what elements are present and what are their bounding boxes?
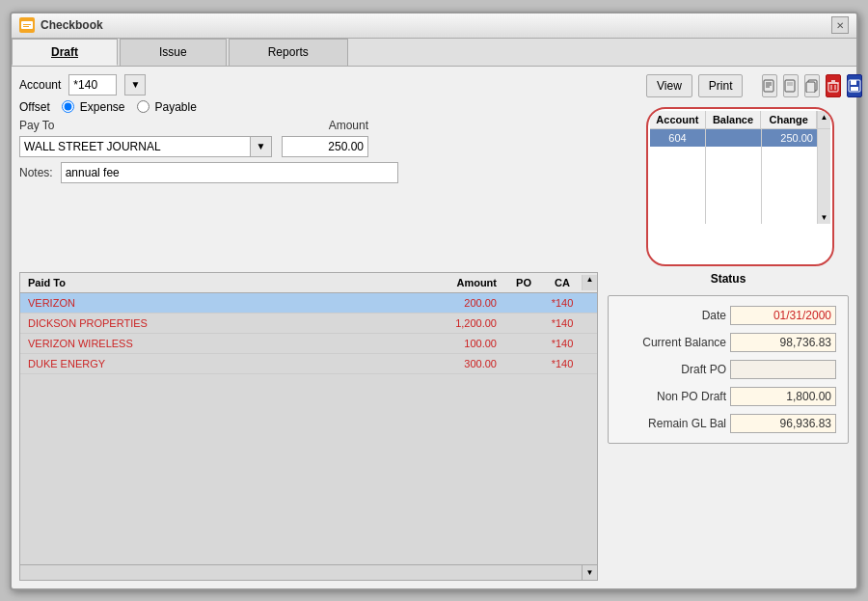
pay-to-inner: ▼ bbox=[19, 136, 272, 157]
ab-scroll-down-area: ▼ bbox=[817, 147, 830, 224]
trans-cell-amount: 1,200.00 bbox=[418, 315, 504, 331]
edit-icon bbox=[784, 79, 798, 93]
amount-container: Amount bbox=[282, 119, 368, 157]
trans-cell-amount: 200.00 bbox=[418, 295, 504, 311]
trans-scroll-up[interactable]: ▲ bbox=[582, 275, 597, 290]
delete-icon bbox=[827, 79, 840, 93]
titlebar: Checkbook ✕ bbox=[12, 14, 856, 39]
tab-bar: Draft Issue Reports bbox=[12, 39, 856, 67]
print-button[interactable]: Print bbox=[698, 74, 744, 97]
new-icon-button[interactable] bbox=[762, 74, 777, 97]
status-balance-row: Current Balance bbox=[620, 333, 836, 352]
status-remain-label: Remain GL Bal bbox=[620, 417, 726, 430]
transactions-panel: Paid To Amount PO CA ▲ VERIZON 200.00 *1… bbox=[19, 272, 598, 581]
main-content: Account ▼ Offset Expense Payable bbox=[12, 67, 856, 588]
account-dropdown[interactable]: ▼ bbox=[124, 74, 146, 96]
ab-col-account: Account bbox=[650, 111, 706, 128]
new-icon bbox=[763, 79, 776, 93]
status-draft-po-row: Draft PO bbox=[620, 360, 836, 379]
trans-header-amount: Amount bbox=[418, 275, 504, 290]
payable-label: Payable bbox=[155, 100, 197, 114]
trans-cell-po bbox=[504, 321, 543, 325]
expense-label: Expense bbox=[80, 100, 125, 114]
ab-scroll-up[interactable]: ▲ bbox=[817, 111, 830, 128]
status-date-value[interactable] bbox=[730, 306, 836, 325]
ab-cell-change: 250.00 bbox=[762, 129, 817, 147]
app-icon bbox=[19, 17, 35, 33]
status-date-row: Date bbox=[620, 306, 836, 325]
status-date-label: Date bbox=[620, 309, 726, 322]
trans-cell-ca: *140 bbox=[543, 295, 582, 311]
pay-to-dropdown[interactable]: ▼ bbox=[251, 136, 272, 157]
trans-cell-amount: 300.00 bbox=[418, 356, 504, 371]
tab-draft[interactable]: Draft bbox=[12, 39, 118, 66]
amount-input[interactable] bbox=[282, 136, 368, 157]
svg-rect-3 bbox=[23, 26, 29, 27]
copy-icon bbox=[805, 79, 819, 93]
status-non-po-value[interactable] bbox=[730, 387, 836, 406]
status-draft-po-value[interactable] bbox=[730, 360, 836, 379]
status-balance-label: Current Balance bbox=[620, 336, 726, 349]
svg-rect-20 bbox=[851, 87, 858, 91]
ab-cell-balance bbox=[706, 129, 762, 147]
trans-hscroll-track bbox=[20, 565, 582, 580]
trans-cell-amount: 100.00 bbox=[418, 336, 504, 351]
copy-icon-button[interactable] bbox=[804, 74, 820, 97]
tab-reports[interactable]: Reports bbox=[229, 39, 348, 66]
trans-cell-paid-to: DUKE ENERGY bbox=[20, 356, 418, 371]
account-balance-table: Account Balance Change ▲ 604 250.00 bbox=[646, 107, 834, 266]
pay-to-label: Pay To bbox=[19, 119, 272, 132]
trans-hscroll: ▼ bbox=[20, 564, 597, 580]
pay-to-input[interactable] bbox=[19, 136, 251, 157]
account-label: Account bbox=[19, 78, 61, 92]
trans-cell-po bbox=[504, 362, 543, 366]
edit-icon-button[interactable] bbox=[783, 74, 799, 97]
status-remain-value[interactable] bbox=[730, 414, 836, 433]
notes-input[interactable] bbox=[61, 162, 398, 183]
ab-table-body: 604 250.00 bbox=[650, 129, 830, 147]
status-panel: Status Date Current Balance Draft PO bbox=[608, 272, 849, 581]
trans-cell-paid-to: VERIZON WIRELESS bbox=[20, 336, 418, 351]
trans-cell-ca: *140 bbox=[543, 356, 582, 371]
trans-cell-paid-to: DICKSON PROPERTIES bbox=[20, 315, 418, 331]
trans-header-paid-to: Paid To bbox=[20, 275, 418, 290]
status-title: Status bbox=[608, 272, 849, 286]
main-window: Checkbook ✕ Draft Issue Reports Account … bbox=[10, 12, 858, 590]
trans-row[interactable]: VERIZON 200.00 *140 bbox=[20, 293, 597, 314]
trans-scroll-down[interactable]: ▼ bbox=[582, 565, 597, 580]
trans-cell-ca: *140 bbox=[543, 315, 582, 331]
ab-col-change: Change bbox=[761, 111, 817, 128]
payable-radio-group: Payable bbox=[137, 100, 197, 114]
close-button[interactable]: ✕ bbox=[831, 16, 849, 34]
status-balance-value[interactable] bbox=[730, 333, 836, 352]
ab-cell-account: 604 bbox=[650, 129, 706, 147]
tab-issue[interactable]: Issue bbox=[120, 39, 227, 66]
trans-row[interactable]: DUKE ENERGY 300.00 *140 bbox=[20, 354, 597, 374]
trans-row[interactable]: DICKSON PROPERTIES 1,200.00 *140 bbox=[20, 314, 597, 334]
payable-radio[interactable] bbox=[137, 100, 149, 113]
trans-cell-paid-to: VERIZON bbox=[20, 295, 418, 311]
trans-cell-po bbox=[504, 341, 543, 345]
trans-header: Paid To Amount PO CA ▲ bbox=[20, 273, 597, 293]
trans-header-po: PO bbox=[504, 275, 543, 290]
trans-header-ca: CA bbox=[543, 275, 582, 290]
ab-table-header: Account Balance Change ▲ bbox=[650, 111, 830, 129]
svg-rect-13 bbox=[828, 83, 838, 92]
bottom-section: Paid To Amount PO CA ▲ VERIZON 200.00 *1… bbox=[19, 272, 849, 581]
notes-row: Notes: bbox=[19, 162, 637, 183]
amount-label: Amount bbox=[282, 119, 368, 132]
trans-row[interactable]: VERIZON WIRELESS 100.00 *140 bbox=[20, 334, 597, 354]
delete-icon-button[interactable] bbox=[826, 74, 841, 97]
trans-rows: VERIZON 200.00 *140 DICKSON PROPERTIES 1… bbox=[20, 293, 597, 564]
expense-radio[interactable] bbox=[62, 100, 74, 113]
trans-cell-ca: *140 bbox=[543, 336, 582, 351]
svg-rect-12 bbox=[806, 82, 815, 93]
save-icon bbox=[848, 79, 861, 93]
account-row: Account ▼ bbox=[19, 74, 637, 96]
view-button[interactable]: View bbox=[646, 74, 692, 97]
save-icon-button[interactable] bbox=[847, 74, 862, 97]
account-input[interactable] bbox=[68, 74, 117, 96]
status-non-po-label: Non PO Draft bbox=[620, 390, 726, 403]
ab-scroll-down[interactable]: ▼ bbox=[818, 213, 830, 222]
status-remain-row: Remain GL Bal bbox=[620, 414, 836, 433]
